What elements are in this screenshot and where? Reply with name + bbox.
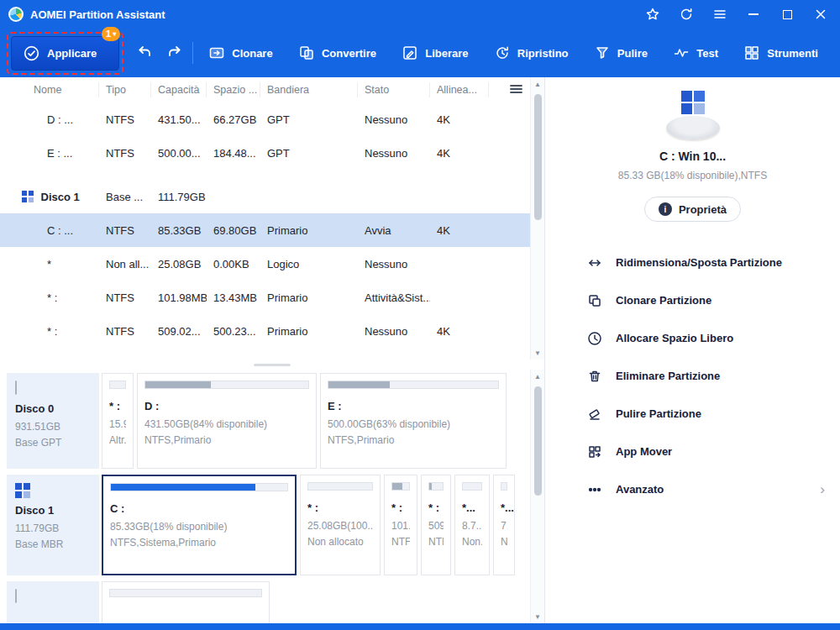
disk-scrollbar-thumb[interactable] [534,386,542,496]
windows-logo-icon [681,91,705,114]
partition-card-c-selected[interactable]: C : 85.33GB(18% disponibile) NTFS,Sistem… [102,475,297,575]
convert-icon [298,45,315,61]
column-header-nome[interactable]: Nome [0,82,99,97]
partition-card[interactable]: *... 7... N... [493,475,515,575]
title-bar: AOMEI Partition Assistant [0,0,840,29]
selected-disk-graphic [664,91,722,139]
table-row-system[interactable]: * : NTFS 101.98MB 13.43MB Primario Attiv… [0,281,530,314]
clone-icon [208,45,225,61]
undo-button[interactable] [135,44,154,62]
disk2-info[interactable] [7,581,99,623]
apply-highlight-outline: Applicare 1▾ [7,32,123,75]
app-window: AOMEI Partition Assistant Applicare [0,0,840,630]
menu-item-allocate-free-space[interactable]: Allocare Spazio Libero [545,319,840,357]
table-row-recovery[interactable]: * : NTFS 509.02... 500.23... Primario Ne… [0,314,530,348]
refresh-icon[interactable] [679,7,694,22]
maximize-button[interactable] [780,7,795,22]
table-scrollbar-thumb[interactable] [534,94,542,220]
eraser-icon [587,407,602,422]
disk0-info[interactable]: Disco 0 931.51GB Base GPT [7,373,99,469]
toolbar-item-test[interactable]: Test [673,45,718,61]
partition-card[interactable]: *... 8.7... Non... [454,475,490,575]
test-icon [673,45,690,61]
column-header-tipo[interactable]: Tipo [99,82,151,97]
partition-card[interactable]: * : 509... NTF... [421,475,451,575]
redo-button[interactable] [165,44,184,62]
disk-map-scrollbar[interactable]: ▲ ▼ [530,370,544,623]
disk-panel-1: Disco 1 111.79GB Base MBR C : 85.33GB(18… [7,475,524,575]
info-icon: i [659,202,672,216]
column-header-spazio[interactable]: Spazio ... [207,82,260,97]
apply-button[interactable]: Applicare [11,36,119,71]
partition-card[interactable]: * : 101... NTF... [384,475,417,575]
toolbar-separator [192,42,193,64]
toolbar-item-restore[interactable]: Ripristino [494,45,569,61]
apply-button-label: Applicare [47,47,97,60]
scroll-down-icon[interactable]: ▼ [531,610,544,623]
scroll-up-icon[interactable]: ▲ [531,370,544,383]
partition-card[interactable] [102,581,270,623]
disk-map: Disco 0 931.51GB Base GPT * : 15.9... Al… [0,370,544,623]
table-scrollbar[interactable]: ▲ ▼ [530,77,544,360]
hdd-icon [15,589,17,603]
status-bar [0,623,840,630]
disk1-info[interactable]: Disco 1 111.79GB Base MBR [7,475,99,575]
column-header-capacita[interactable]: Capacità [151,82,207,97]
column-header-bandiera[interactable]: Bandiera [260,82,358,97]
table-row-d[interactable]: D : ... NTFS 431.50... 66.27GB GPT Nessu… [0,102,530,136]
toolbar-item-tools[interactable]: Strumenti [743,45,818,61]
trash-icon [587,369,602,384]
app-mover-icon [587,444,602,459]
ellipsis-icon [587,482,602,497]
app-title: AOMEI Partition Assistant [30,8,165,21]
table-group-gap [0,170,530,180]
wipe-icon [594,45,611,61]
menu-item-app-mover[interactable]: App Mover [545,433,840,470]
action-sidebar: C : Win 10... 85.33 GB(18% disponibile),… [544,77,840,623]
toolbar-item-wipe[interactable]: Pulire [594,45,648,61]
menu-item-delete-partition[interactable]: Eliminare Partizione [545,357,840,395]
properties-button[interactable]: i Proprietà [644,197,741,222]
action-menu: Ridimensiona/Sposta Partizione Clonare P… [545,244,840,508]
clock-icon [587,331,602,346]
partition-card-d[interactable]: D : 431.50GB(84% disponibile) NTFS,Prima… [137,373,317,469]
minimize-button[interactable] [746,7,761,22]
menu-item-clone-partition[interactable]: Clonare Partizione [545,281,840,319]
column-header-stato[interactable]: Stato [358,82,430,97]
pending-operations-badge[interactable]: 1▾ [102,27,120,41]
table-header: Nome Tipo Capacità Spazio ... Bandiera S… [0,77,530,102]
selected-partition-title: C : Win 10... [659,150,726,163]
close-button[interactable] [813,7,828,22]
menu-item-advanced[interactable]: Avanzato › [545,470,840,508]
menu-item-resize-move[interactable]: Ridimensiona/Sposta Partizione [545,244,840,281]
toolbar-item-clone[interactable]: Clonare [208,45,272,61]
toolbar-item-convert[interactable]: Convertire [298,45,376,61]
table-row-e[interactable]: E : ... NTFS 500.00... 184.48... GPT Nes… [0,136,530,170]
toolbar-item-free-up[interactable]: Liberare [402,45,468,61]
scroll-down-icon[interactable]: ▼ [531,346,544,360]
column-header-allinea[interactable]: Allinea... [430,82,489,97]
restore-icon [494,45,511,61]
clone-partition-icon [587,293,602,308]
tools-icon [743,45,760,61]
column-options-icon[interactable] [510,84,522,97]
menu-icon[interactable] [712,7,727,22]
partition-card[interactable]: * : 15.9... Altr... [102,373,134,469]
resize-arrows-icon [587,255,602,270]
disk-panel-0: Disco 0 931.51GB Base GPT * : 15.9... Al… [7,373,524,469]
table-row-unallocated[interactable]: * Non all... 25.08GB 0.00KB Logico Nessu… [0,247,530,281]
chevron-right-icon: › [820,481,825,498]
table-row-disco1[interactable]: Disco 1 Base ... 111.79GB [0,180,530,213]
hdd-icon [15,381,17,395]
scroll-up-icon[interactable]: ▲ [531,77,544,91]
table-row-c-selected[interactable]: C : ... NTFS 85.33GB 69.80GB Primario Av… [0,213,530,247]
favorite-star-icon[interactable] [645,7,660,22]
free-up-icon [402,45,418,61]
panel-splitter[interactable] [0,360,544,370]
toolbar: Applicare 1▾ Clonare Convertire [0,29,840,77]
disk-icon [22,191,34,202]
partition-table: Nome Tipo Capacità Spazio ... Bandiera S… [0,77,544,360]
partition-card-e[interactable]: E : 500.00GB(63% disponibile) NTFS,Prima… [320,373,507,469]
menu-item-wipe-partition[interactable]: Pulire Partizione [545,395,840,433]
partition-card-unallocated[interactable]: * : 25.08GB(100... Non allocato [300,475,381,575]
